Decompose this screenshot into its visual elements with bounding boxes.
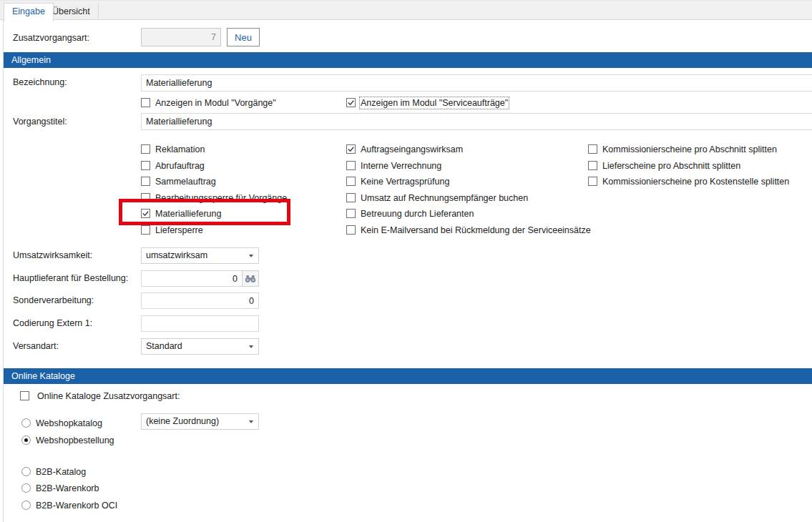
- radio-circle[interactable]: [21, 435, 31, 445]
- checkbox-betreuung-lieferanten[interactable]: Betreuung durch Lieferanten: [346, 208, 474, 219]
- checkbox-label: Online Kataloge Zusatzvorgangsart:: [37, 391, 180, 401]
- checkbox-label: Lieferscheine pro Abschnitt splitten: [602, 161, 740, 171]
- checkbox-kommissionierscheine-abschnitt[interactable]: Kommissionierscheine pro Abschnitt split…: [588, 144, 777, 154]
- binoculars-icon: [245, 275, 256, 283]
- checkbox-materiallieferung[interactable]: Materiallieferung: [141, 208, 221, 219]
- checkbox-label: Kein E-Mailversand bei Rückmeldung der S…: [361, 225, 591, 235]
- radio-circle[interactable]: [21, 501, 31, 510]
- checkbox-box[interactable]: [346, 98, 356, 107]
- chevron-down-icon[interactable]: [249, 420, 253, 423]
- radio-label: B2B-Warenkorb: [36, 483, 99, 493]
- checkbox-label: Materiallieferung: [155, 209, 221, 219]
- radio-circle[interactable]: [21, 418, 31, 428]
- umsatzwirksamkeit-select[interactable]: umsatzwirksam: [141, 247, 259, 264]
- checkbox-sammelauftrag[interactable]: Sammelauftrag: [141, 176, 216, 187]
- sonderverarbeitung-label: Sonderverarbeitung:: [13, 295, 94, 305]
- checkbox-label: Bearbeitungssperre für Vorgänge: [155, 193, 287, 203]
- checkbox-interne-verrechnung[interactable]: Interne Verrechnung: [346, 160, 441, 171]
- checkbox-box[interactable]: [346, 177, 356, 186]
- bezeichnung-input[interactable]: [141, 74, 812, 92]
- checkbox-abrufauftrag[interactable]: Abrufauftrag: [141, 160, 205, 171]
- chevron-down-icon[interactable]: [249, 255, 253, 257]
- checkbox-label: Auftragseingangswirksam: [361, 144, 463, 154]
- checkbox-label: Anzeigen in Modul "Vorgänge": [155, 98, 276, 108]
- zuordnung-select[interactable]: (keine Zuordnung): [141, 413, 259, 430]
- zusatzvorgangsart-number-field: [141, 28, 221, 46]
- umsatzwirksamkeit-label: Umsatzwirksamkeit:: [13, 250, 92, 260]
- checkbox-box[interactable]: [346, 161, 356, 170]
- radio-circle[interactable]: [21, 483, 31, 493]
- checkbox-box[interactable]: [141, 193, 150, 202]
- checkbox-keine-vertragspruefung[interactable]: Keine Vertragsprüfung: [346, 176, 449, 187]
- checkbox-box[interactable]: [588, 177, 597, 186]
- hauptlieferant-label: Hauptlieferant für Bestellung:: [13, 273, 128, 283]
- checkbox-label: Umsatz auf Rechnungsempfänger buchen: [361, 193, 528, 203]
- radio-label: Webshopkatalog: [36, 418, 102, 428]
- radio-label: Webshopbestellung: [36, 435, 114, 445]
- checkbox-label: Reklamation: [155, 144, 205, 154]
- vorgangstitel-input[interactable]: [141, 113, 812, 130]
- section-header-allgemein: Allgemein: [4, 52, 812, 68]
- checkbox-lieferscheine-abschnitt[interactable]: Lieferscheine pro Abschnitt splitten: [588, 160, 740, 171]
- checkbox-box[interactable]: [588, 161, 597, 170]
- checkbox-kein-emailversand[interactable]: Kein E-Mailversand bei Rückmeldung der S…: [346, 225, 591, 235]
- checkbox-umsatz-rechnungsempfaenger[interactable]: Umsatz auf Rechnungsempfänger buchen: [346, 192, 528, 203]
- checkbox-anzeigen-modul-serviceauftraege[interactable]: Anzeigen im Modul "Serviceaufträge": [346, 97, 508, 108]
- radio-label: B2B-Warenkorb OCI: [36, 501, 117, 511]
- checkbox-box[interactable]: [141, 225, 150, 235]
- checkbox-label: Anzeigen im Modul "Serviceaufträge": [361, 98, 508, 108]
- checkbox-label: Abrufauftrag: [155, 161, 205, 171]
- checkbox-box[interactable]: [346, 209, 356, 218]
- checkbox-online-kataloge-zusatzvorgangsart[interactable]: Online Kataloge Zusatzvorgangsart:: [20, 390, 180, 401]
- vorgangstitel-label: Vorgangstitel:: [13, 117, 67, 127]
- bezeichnung-label: Bezeichnung:: [13, 77, 67, 87]
- checkbox-label: Interne Verrechnung: [361, 161, 441, 171]
- checkbox-box[interactable]: [141, 161, 150, 170]
- checkbox-label: Kommissionierscheine pro Abschnitt split…: [602, 144, 777, 154]
- checkbox-kommissionierscheine-kostenstelle[interactable]: Kommissionierscheine pro Kostenstelle sp…: [588, 176, 789, 187]
- checkbox-label: Betreuung durch Lieferanten: [361, 209, 474, 219]
- checkbox-label: Kommissionierscheine pro Kostenstelle sp…: [602, 177, 789, 187]
- checkbox-label: Keine Vertragsprüfung: [361, 177, 449, 187]
- checkbox-label: Sammelauftrag: [155, 177, 216, 187]
- chevron-down-icon[interactable]: [249, 345, 253, 348]
- selected-value: umsatzwirksam: [146, 250, 207, 260]
- checkbox-bearbeitungssperre[interactable]: Bearbeitungssperre für Vorgänge: [141, 192, 287, 203]
- checkbox-label: Liefersperre: [155, 225, 203, 235]
- checkbox-box[interactable]: [141, 177, 150, 186]
- panel-left-border: [3, 19, 4, 522]
- checkbox-anzeigen-modul-vorgaenge[interactable]: Anzeigen in Modul "Vorgänge": [141, 97, 276, 108]
- radio-label: B2B-Katalog: [36, 467, 86, 477]
- checkbox-box[interactable]: [346, 193, 356, 202]
- checkbox-auftragseingangswirksam[interactable]: Auftragseingangswirksam: [346, 144, 463, 154]
- lookup-button[interactable]: [242, 270, 259, 287]
- radio-webshopkatalog[interactable]: Webshopkatalog: [21, 418, 102, 428]
- radio-b2b-warenkorb[interactable]: B2B-Warenkorb: [21, 483, 99, 493]
- tab-bar-divider: [0, 19, 812, 20]
- versandart-label: Versandart:: [13, 341, 59, 351]
- checkbox-box[interactable]: [20, 391, 29, 400]
- checkbox-box[interactable]: [588, 144, 597, 154]
- selected-value: Standard: [146, 341, 182, 351]
- checkbox-liefersperre[interactable]: Liefersperre: [141, 225, 203, 235]
- selected-value: (keine Zuordnung): [146, 416, 219, 426]
- radio-circle[interactable]: [21, 467, 31, 476]
- radio-b2b-katalog[interactable]: B2B-Katalog: [21, 466, 86, 477]
- checkbox-reklamation[interactable]: Reklamation: [141, 144, 205, 154]
- tab-bar: Eingabe Übersicht: [0, 0, 812, 20]
- checkbox-box[interactable]: [141, 209, 150, 218]
- neu-button[interactable]: Neu: [227, 28, 260, 46]
- sonderverarbeitung-input[interactable]: [141, 292, 259, 309]
- radio-b2b-warenkorb-oci[interactable]: B2B-Warenkorb OCI: [21, 500, 117, 511]
- section-header-online-kataloge: Online Kataloge: [4, 368, 812, 384]
- tab-eingabe[interactable]: Eingabe: [4, 3, 54, 21]
- hauptlieferant-input[interactable]: [141, 270, 243, 287]
- radio-webshopbestellung[interactable]: Webshopbestellung: [21, 435, 114, 445]
- checkbox-box[interactable]: [346, 225, 356, 235]
- codierung-extern-input[interactable]: [141, 315, 259, 332]
- checkbox-box[interactable]: [141, 98, 150, 107]
- versandart-select[interactable]: Standard: [141, 338, 259, 355]
- checkbox-box[interactable]: [141, 144, 150, 154]
- checkbox-box[interactable]: [346, 144, 356, 154]
- zusatzvorgangsart-form-window: Eingabe Übersicht Zusatzvorgangsart: Neu…: [0, 0, 812, 522]
